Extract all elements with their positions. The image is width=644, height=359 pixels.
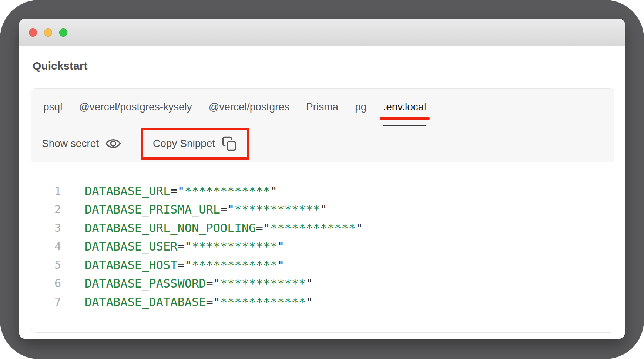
quote: " xyxy=(306,295,313,309)
masked-secret-value: ************ xyxy=(235,202,320,217)
app-window: Quickstart psql @vercel/postgres-kysely … xyxy=(19,19,625,339)
line-number: 7 xyxy=(31,293,61,311)
active-tab-indicator xyxy=(383,125,426,126)
window-controls xyxy=(29,28,67,37)
equals-sign: = xyxy=(256,221,263,235)
code-text: DATABASE_DATABASE="************" xyxy=(85,293,313,311)
code-text: DATABASE_URL="************" xyxy=(85,182,277,200)
tab-psql[interactable]: psql xyxy=(43,89,62,125)
quote: " xyxy=(185,258,192,272)
tab-vercel-postgres[interactable]: @vercel/postgres xyxy=(209,89,289,125)
code-line: 2 DATABASE_PRISMA_URL="************" xyxy=(31,200,614,219)
code-line: 4 DATABASE_USER="************" xyxy=(31,237,614,256)
show-secret-button[interactable]: Show secret xyxy=(42,135,122,152)
equals-sign: = xyxy=(220,202,227,217)
code-line: 7 DATABASE_DATABASE="************" xyxy=(31,293,614,311)
line-number: 6 xyxy=(31,274,61,293)
equals-sign: = xyxy=(206,295,213,309)
snippet-toolbar: Show secret Copy Snippet xyxy=(31,125,614,162)
env-var-name: DATABASE_HOST xyxy=(85,258,177,272)
equals-sign: = xyxy=(177,239,184,254)
copy-icon xyxy=(222,136,237,151)
quote: " xyxy=(227,202,234,217)
code-line: 1 DATABASE_URL="************" xyxy=(31,182,614,200)
code-line: 5 DATABASE_HOST="************" xyxy=(31,256,614,274)
quote: " xyxy=(277,258,284,272)
code-text: DATABASE_HOST="************" xyxy=(85,256,284,274)
quote: " xyxy=(320,202,327,217)
code-text: DATABASE_URL_NON_POOLING="************" xyxy=(85,219,363,237)
code-line: 6 DATABASE_PASSWORD="************" xyxy=(31,274,614,293)
tab-label: .env.local xyxy=(383,101,426,113)
code-text: DATABASE_PRISMA_URL="************" xyxy=(85,200,327,219)
eye-icon xyxy=(105,135,122,152)
masked-secret-value: ************ xyxy=(192,258,277,272)
line-number: 1 xyxy=(31,182,61,200)
tab-prisma[interactable]: Prisma xyxy=(306,89,338,125)
quote: " xyxy=(185,239,192,254)
code-text: DATABASE_USER="************" xyxy=(85,237,284,256)
line-number: 2 xyxy=(31,200,61,219)
env-var-name: DATABASE_PRISMA_URL xyxy=(85,202,220,217)
env-var-name: DATABASE_DATABASE xyxy=(85,295,206,309)
annotation-highlight-box: Copy Snippet xyxy=(141,128,249,160)
masked-secret-value: ************ xyxy=(270,221,356,235)
quote: " xyxy=(177,184,184,198)
line-number: 4 xyxy=(31,237,61,256)
close-button[interactable] xyxy=(29,28,37,37)
masked-secret-value: ************ xyxy=(220,295,306,309)
tab-env-local[interactable]: .env.local xyxy=(383,89,426,125)
minimize-button[interactable] xyxy=(44,28,52,37)
quote: " xyxy=(213,276,220,291)
tab-vercel-postgres-kysely[interactable]: @vercel/postgres-kysely xyxy=(79,89,192,125)
code-block[interactable]: 1 DATABASE_URL="************" 2 DATABASE… xyxy=(31,162,614,332)
maximize-button[interactable] xyxy=(59,28,67,37)
copy-snippet-button[interactable]: Copy Snippet xyxy=(143,130,247,157)
masked-secret-value: ************ xyxy=(192,239,277,254)
line-number: 3 xyxy=(31,219,61,237)
env-var-name: DATABASE_PASSWORD xyxy=(85,276,206,291)
tab-label: pg xyxy=(355,101,366,113)
tab-label: psql xyxy=(43,101,62,113)
env-var-name: DATABASE_URL_NON_POOLING xyxy=(85,221,256,235)
equals-sign: = xyxy=(206,276,213,291)
masked-secret-value: ************ xyxy=(220,276,306,291)
tab-bar: psql @vercel/postgres-kysely @vercel/pos… xyxy=(31,89,614,125)
annotation-red-underline xyxy=(380,117,429,120)
tab-pg[interactable]: pg xyxy=(355,89,366,125)
quote: " xyxy=(263,221,270,235)
equals-sign: = xyxy=(177,258,184,272)
quote: " xyxy=(306,276,313,291)
code-text: DATABASE_PASSWORD="************" xyxy=(85,274,313,293)
code-line: 3 DATABASE_URL_NON_POOLING="************… xyxy=(31,219,614,237)
quote: " xyxy=(277,239,284,254)
tab-label: @vercel/postgres xyxy=(209,101,289,113)
quickstart-panel: psql @vercel/postgres-kysely @vercel/pos… xyxy=(31,88,614,333)
window-content: Quickstart psql @vercel/postgres-kysely … xyxy=(19,60,625,333)
show-secret-label: Show secret xyxy=(42,138,99,150)
desktop-background: Quickstart psql @vercel/postgres-kysely … xyxy=(0,0,644,359)
env-var-name: DATABASE_USER xyxy=(85,239,177,254)
quote: " xyxy=(270,184,277,198)
copy-snippet-label: Copy Snippet xyxy=(153,138,215,150)
env-var-name: DATABASE_URL xyxy=(85,184,170,198)
page-title: Quickstart xyxy=(33,60,613,72)
window-titlebar[interactable] xyxy=(19,19,625,46)
line-number: 5 xyxy=(31,256,61,274)
quote: " xyxy=(356,221,363,235)
masked-secret-value: ************ xyxy=(185,184,270,198)
tab-label: @vercel/postgres-kysely xyxy=(79,101,192,113)
quote: " xyxy=(213,295,220,309)
tab-label: Prisma xyxy=(306,101,338,113)
equals-sign: = xyxy=(170,184,177,198)
